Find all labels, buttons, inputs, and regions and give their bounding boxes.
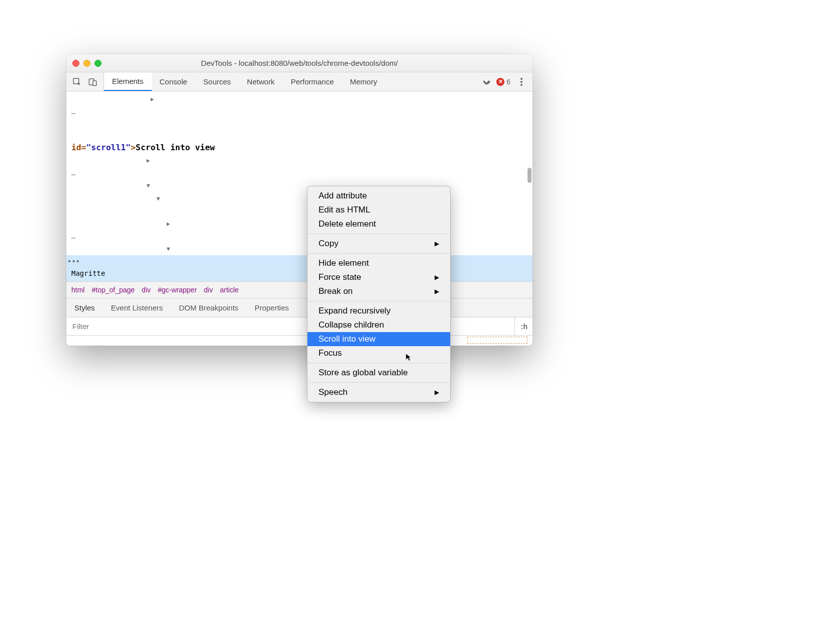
context-menu-separator (307, 382, 450, 383)
context-menu-label: Break on (319, 286, 353, 296)
context-menu-item-collapse-children[interactable]: Collapse children (307, 318, 450, 332)
context-menu-label: Scroll into view (319, 334, 375, 344)
context-menu-item-delete-element[interactable]: Delete element (307, 217, 450, 231)
context-menu-label: Store as global variable (319, 368, 408, 378)
breadcrumb-item[interactable]: #gc-wrapper (158, 286, 197, 294)
context-menu-item-copy[interactable]: Copy▶ (307, 237, 450, 251)
tab-network[interactable]: Network (239, 72, 283, 91)
context-menu-item-break-on[interactable]: Break on▶ (307, 284, 450, 298)
context-menu-item-scroll-into-view[interactable]: Scroll into view (307, 332, 450, 346)
error-icon: ✕ (496, 78, 504, 86)
context-menu-label: Force state (319, 272, 361, 282)
tab-performance[interactable]: Performance (283, 72, 342, 91)
tree-line[interactable]: ▶… (66, 154, 533, 179)
tree-line[interactable]: ▶… (66, 92, 533, 118)
devtools-window: DevTools - localhost:8080/web/tools/chro… (66, 54, 533, 346)
context-menu: Add attributeEdit as HTMLDelete elementC… (307, 186, 451, 402)
error-badge[interactable]: ✕ 6 (496, 78, 510, 86)
tree-line[interactable]: ▼ (66, 192, 533, 217)
context-menu-item-store-as-global-variable[interactable]: Store as global variable (307, 366, 450, 380)
context-menu-separator (307, 234, 450, 234)
tab-elements[interactable]: Elements (104, 72, 152, 91)
hov-toggle[interactable]: :h (516, 323, 533, 331)
context-menu-label: Collapse children (319, 320, 384, 330)
box-model-margin[interactable] (467, 337, 528, 344)
panel-tabs: ElementsConsoleSourcesNetworkPerformance… (104, 72, 385, 91)
traffic-lights (66, 60, 107, 67)
context-menu-item-focus[interactable]: Focus (307, 346, 450, 360)
cursor-icon (405, 353, 414, 362)
styles-tab-dom-breakpoints[interactable]: DOM Breakpoints (171, 298, 246, 317)
context-menu-label: Speech (319, 387, 348, 397)
styles-tabs: StylesEvent ListenersDOM BreakpointsProp… (66, 298, 533, 318)
tree-line[interactable]: ▼ (66, 242, 533, 255)
tab-memory[interactable]: Memory (342, 72, 385, 91)
context-menu-item-hide-element[interactable]: Hide element (307, 256, 450, 270)
breadcrumb-bar: html#top_of_pagediv#gc-wrapperdivarticle (66, 281, 533, 298)
maximize-button[interactable] (94, 60, 101, 67)
context-menu-label: Expand recursively (319, 306, 391, 316)
tree-line[interactable] (66, 118, 533, 130)
context-menu-label: Edit as HTML (319, 205, 370, 215)
context-menu-separator (307, 363, 450, 363)
main-toolbar: ElementsConsoleSourcesNetworkPerformance… (66, 72, 533, 91)
minimize-button[interactable] (83, 60, 90, 67)
breadcrumb-item[interactable]: div (204, 286, 213, 294)
scrollbar-thumb[interactable] (528, 168, 532, 183)
context-menu-item-edit-as-html[interactable]: Edit as HTML (307, 203, 450, 217)
breadcrumb-item[interactable]: article (220, 286, 239, 294)
breadcrumb-item[interactable]: html (71, 286, 84, 294)
elements-tree[interactable]: ▶…id="scroll1">Scroll into view▶…▼▼▶…▼••… (66, 91, 533, 281)
tab-console[interactable]: Console (152, 72, 195, 91)
more-tabs-icon[interactable] (483, 78, 490, 85)
context-menu-item-speech[interactable]: Speech▶ (307, 385, 450, 399)
scrollbar-track (527, 91, 533, 281)
device-toggle-icon[interactable] (88, 77, 97, 86)
context-menu-separator (307, 301, 450, 301)
svg-rect-2 (93, 80, 96, 85)
submenu-arrow-icon: ▶ (435, 288, 439, 295)
context-menu-separator (307, 253, 450, 254)
toolbar-left (66, 72, 104, 91)
tree-line[interactable]: ▼ (66, 179, 533, 192)
context-menu-label: Add attribute (319, 191, 367, 201)
tab-sources[interactable]: Sources (195, 72, 239, 91)
breadcrumb-item[interactable]: div (142, 286, 151, 294)
window-title: DevTools - localhost:8080/web/tools/chro… (107, 59, 533, 67)
error-count: 6 (506, 78, 510, 86)
tree-line[interactable]: •••Magritte == $0 (66, 255, 533, 281)
styles-tab-properties[interactable]: Properties (247, 298, 297, 317)
context-menu-item-expand-recursively[interactable]: Expand recursively (307, 304, 450, 318)
toolbar-right: ✕ 6 (483, 77, 533, 87)
context-menu-item-add-attribute[interactable]: Add attribute (307, 189, 450, 203)
titlebar: DevTools - localhost:8080/web/tools/chro… (66, 54, 533, 72)
context-menu-label: Copy (319, 239, 339, 249)
filter-row: :h (66, 318, 533, 336)
context-menu-label: Hide element (319, 258, 369, 268)
tree-line[interactable]: id="scroll1">Scroll into view (66, 130, 533, 154)
close-button[interactable] (72, 60, 79, 67)
styles-content (66, 336, 533, 345)
submenu-arrow-icon: ▶ (435, 389, 439, 396)
context-menu-item-force-state[interactable]: Force state▶ (307, 270, 450, 284)
submenu-arrow-icon: ▶ (435, 274, 439, 281)
tree-line[interactable]: ▶… (66, 217, 533, 242)
inspect-element-icon[interactable] (72, 77, 81, 86)
styles-tab-styles[interactable]: Styles (66, 298, 103, 317)
settings-menu-icon[interactable] (516, 77, 527, 87)
submenu-arrow-icon: ▶ (435, 240, 439, 247)
breadcrumb-item[interactable]: #top_of_page (91, 286, 135, 294)
context-menu-label: Delete element (319, 219, 376, 229)
styles-tab-event-listeners[interactable]: Event Listeners (103, 298, 171, 317)
context-menu-label: Focus (319, 348, 342, 358)
